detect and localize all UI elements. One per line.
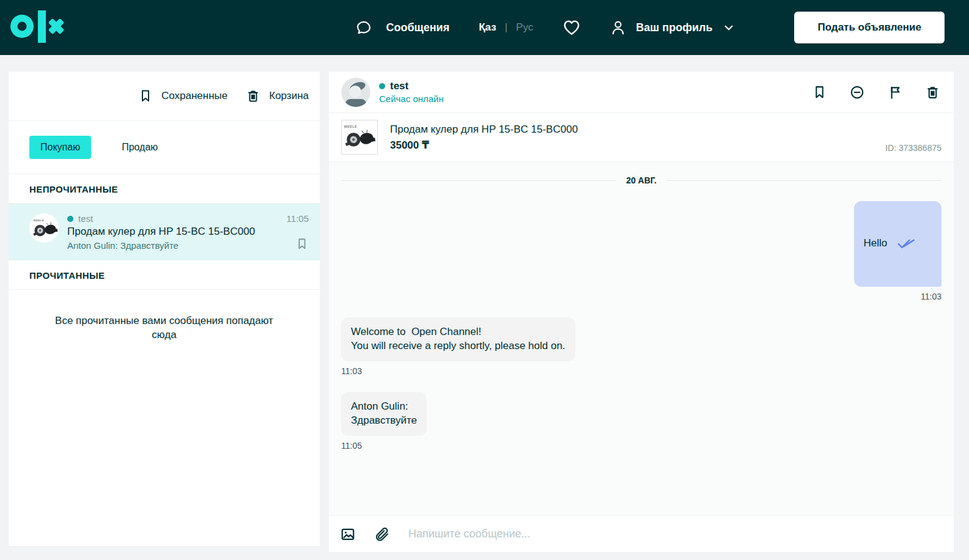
chat-bubble-icon xyxy=(355,19,372,36)
date-divider: 20 АВГ. xyxy=(341,175,941,185)
section-header-unread: НЕПРОЧИТАННЫЕ xyxy=(9,174,320,204)
tab-selling[interactable]: Продаю xyxy=(111,136,169,159)
message-time: 11:03 xyxy=(921,292,941,301)
tab-buying[interactable]: Покупаю xyxy=(29,136,91,159)
message-input[interactable] xyxy=(408,528,943,540)
profile-menu[interactable]: Ваш профиль xyxy=(610,19,735,36)
date-divider-label: 20 АВГ. xyxy=(626,175,657,185)
online-dot xyxy=(379,83,385,89)
message-incoming: Anton Gulin: Здравствуйте 11:05 xyxy=(341,392,941,451)
delete-conversation-icon[interactable] xyxy=(925,84,940,100)
saved-label: Сохраненные xyxy=(161,90,227,102)
product-price: 35000 ₸ xyxy=(390,139,578,152)
trash-label: Корзина xyxy=(269,90,309,102)
lang-rus[interactable]: Рус xyxy=(516,21,533,34)
divider-line xyxy=(666,180,941,181)
chat-peer: test Сейчас онлайн xyxy=(341,78,444,107)
conversations-sidebar: Сохраненные Корзина Покупаю Продаю НЕПРО… xyxy=(9,72,320,546)
message-bubble: Welcome to Open Channel! You will receiv… xyxy=(341,317,575,361)
message-time: 11:03 xyxy=(341,366,362,376)
chat-panel: test Сейчас онлайн xyxy=(329,72,954,552)
message-composer xyxy=(329,515,954,552)
messages-nav-link[interactable]: Сообщения xyxy=(355,19,449,36)
save-conversation-icon[interactable] xyxy=(812,84,827,100)
product-thumbnail: WEELE xyxy=(341,120,378,155)
product-bar[interactable]: WEELE Продам кулер дл xyxy=(329,113,954,162)
report-flag-icon[interactable] xyxy=(887,84,903,100)
double-check-icon xyxy=(897,209,932,279)
peer-avatar xyxy=(341,78,370,107)
product-title: Продам кулер для HP 15-BC 15-BC000 xyxy=(390,123,578,136)
message-time: 11:05 xyxy=(341,441,362,451)
section-header-read: ПРОЧИТАННЫЕ xyxy=(9,260,320,290)
lang-separator: | xyxy=(505,21,507,34)
conversation-avatar: WEELE xyxy=(29,213,59,243)
product-info: Продам кулер для HP 15-BC 15-BC000 35000… xyxy=(390,123,578,152)
attach-file-icon[interactable] xyxy=(374,526,390,542)
peer-info: test Сейчас онлайн xyxy=(379,80,444,104)
top-navigation: Сообщения Қаз | Рус Ваш профиль xyxy=(0,0,969,55)
message-outgoing: Hello 11:03 xyxy=(341,201,941,301)
message-bubble: Hello xyxy=(854,201,941,287)
message-text: Hello xyxy=(864,237,888,251)
conversation-last-message: Anton Gulin: Здравствуйте xyxy=(67,240,278,251)
trash-conversations-link[interactable]: Корзина xyxy=(246,89,309,103)
language-switcher: Қаз | Рус xyxy=(479,21,533,34)
conversation-peer-name: test xyxy=(78,213,93,224)
conversation-time: 11:05 xyxy=(287,213,309,224)
chevron-down-icon xyxy=(722,21,735,34)
messages-nav-label: Сообщения xyxy=(386,21,449,34)
favorites-heart-icon[interactable] xyxy=(562,19,581,36)
profile-label: Ваш профиль xyxy=(636,21,712,34)
product-id: ID: 373386875 xyxy=(885,143,941,161)
chat-actions xyxy=(812,84,940,100)
trash-icon xyxy=(246,89,260,103)
block-user-icon[interactable] xyxy=(849,84,865,100)
peer-name: test xyxy=(390,80,408,92)
read-empty-state: Все прочитанные вами сообщения попадают … xyxy=(9,290,320,367)
sidebar-tabs: Покупаю Продаю xyxy=(9,121,320,174)
saved-conversations-link[interactable]: Сохраненные xyxy=(138,89,227,103)
conversation-list-item[interactable]: WEELE xyxy=(9,204,320,260)
svg-text:WEELE: WEELE xyxy=(344,125,357,128)
conversation-summary: test Продам кулер для HP 15-BC 15-BC000 … xyxy=(67,213,278,251)
chat-header: test Сейчас онлайн xyxy=(329,72,954,113)
messages-page: Сохраненные Корзина Покупаю Продаю НЕПРО… xyxy=(0,55,969,552)
sidebar-toolbar: Сохраненные Корзина xyxy=(9,72,320,121)
attach-image-icon[interactable] xyxy=(340,526,356,542)
messages-area: 20 АВГ. Hello 11:03 Welcome to Open Ch xyxy=(329,162,954,515)
person-icon xyxy=(610,19,626,36)
peer-status: Сейчас онлайн xyxy=(379,94,444,104)
conversation-product-title: Продам кулер для HP 15-BC 15-BC000 xyxy=(67,226,278,238)
message-bubble: Anton Gulin: Здравствуйте xyxy=(341,392,427,436)
lang-kaz[interactable]: Қаз xyxy=(479,21,496,34)
olx-logo[interactable] xyxy=(10,10,65,45)
divider-line xyxy=(341,180,616,181)
post-ad-button[interactable]: Подать объявление xyxy=(794,12,945,43)
conversation-bookmark-icon[interactable] xyxy=(295,237,309,251)
online-dot xyxy=(67,216,73,222)
bookmark-icon xyxy=(138,89,153,103)
message-incoming: Welcome to Open Channel! You will receiv… xyxy=(341,317,941,376)
svg-text:WEELE: WEELE xyxy=(33,219,44,222)
